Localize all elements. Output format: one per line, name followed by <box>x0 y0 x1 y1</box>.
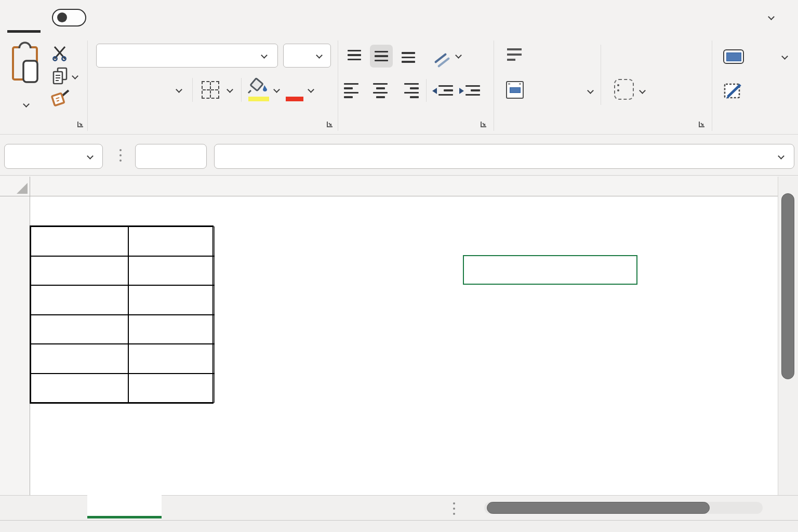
italic-button[interactable] <box>127 77 142 103</box>
row-header-column <box>0 196 30 495</box>
cell-B5[interactable] <box>128 315 215 344</box>
select-all-triangle-icon <box>17 183 28 194</box>
borders-chevron-icon[interactable] <box>227 86 233 93</box>
currency-dot-icon <box>617 84 619 86</box>
status-bar <box>0 521 798 532</box>
bold-button[interactable] <box>100 77 118 103</box>
font-divider2 <box>241 78 242 102</box>
borders-grid-icon-h <box>203 89 218 90</box>
selected-cell-F3[interactable] <box>463 255 637 285</box>
select-all-corner[interactable] <box>0 177 30 196</box>
group-divider <box>338 41 338 131</box>
formula-expand-chevron-icon[interactable] <box>778 153 784 159</box>
add-sheet-button[interactable] <box>179 497 202 520</box>
formula-bar-border <box>0 175 798 176</box>
comma-style-button[interactable] <box>676 78 706 101</box>
format-painter-icon[interactable] <box>50 89 71 108</box>
underline-chevron-icon[interactable] <box>176 86 182 93</box>
merge-center-icon <box>506 81 524 99</box>
paste-button[interactable] <box>7 41 45 114</box>
cells-format-button[interactable] <box>723 48 786 66</box>
font-color-chevron-icon[interactable] <box>308 86 314 93</box>
cell-A3[interactable] <box>31 256 128 286</box>
cell-B7[interactable] <box>128 374 215 403</box>
theme-toggle[interactable] <box>52 9 86 26</box>
sheet-prev-arrow-icon[interactable] <box>14 500 29 515</box>
h-scroll-left-arrow-icon[interactable] <box>468 500 483 515</box>
file-underline <box>7 30 41 33</box>
percent-style-button[interactable] <box>648 77 671 102</box>
ribbon-collapse-chevron-icon[interactable] <box>768 14 775 20</box>
align-bottom-button[interactable] <box>398 46 419 66</box>
cut-icon[interactable] <box>51 45 68 61</box>
menu-bar <box>0 0 798 34</box>
cell-A4[interactable] <box>31 285 128 315</box>
currency-button[interactable] <box>614 79 634 100</box>
merge-center-button[interactable] <box>506 80 610 101</box>
formula-buttons-box <box>135 144 207 169</box>
spreadsheet-app <box>0 0 798 532</box>
align-middle-button[interactable] <box>370 45 393 68</box>
number-dialog-launcher-icon[interactable] <box>697 119 707 129</box>
align-left-button[interactable] <box>344 79 365 102</box>
cell-B6[interactable] <box>128 344 215 374</box>
name-box-chevron-icon <box>87 153 94 159</box>
underline-button[interactable] <box>151 77 170 103</box>
clipboard-dialog-launcher-icon[interactable] <box>76 119 85 129</box>
cell-E3[interactable] <box>384 255 456 285</box>
header-bottom-line <box>0 196 778 196</box>
copy-icon[interactable] <box>52 66 69 85</box>
orientation-button[interactable] <box>431 47 452 68</box>
cell-B2[interactable] <box>128 227 215 256</box>
ribbon-bottom-border <box>0 134 798 135</box>
insert-cell-icon <box>723 49 744 64</box>
font-size-combobox[interactable] <box>283 44 331 68</box>
scroll-down-arrow-icon[interactable] <box>779 479 798 493</box>
cell-A7[interactable] <box>31 374 128 403</box>
formula-bar-handle[interactable] <box>119 148 122 163</box>
scroll-up-arrow-icon[interactable] <box>779 179 798 192</box>
cell-E2[interactable] <box>384 226 463 255</box>
borders-button[interactable] <box>202 81 219 99</box>
cells-delete-button[interactable] <box>723 81 791 102</box>
align-divider <box>426 79 427 102</box>
group-divider <box>87 41 88 131</box>
paste-clipboard-icon <box>10 42 39 83</box>
sheet-tab-underline <box>87 516 162 518</box>
fill-color-icon[interactable] <box>247 77 269 97</box>
data-table[interactable] <box>30 225 214 404</box>
delete-cell-icon <box>723 81 744 101</box>
font-name-combobox[interactable] <box>96 44 278 68</box>
font-size-chevron-icon <box>316 52 323 59</box>
align-center-button[interactable] <box>370 79 391 102</box>
sheet-next-arrow-icon[interactable] <box>43 500 58 515</box>
align-top-button[interactable] <box>344 46 365 66</box>
alignment-dialog-launcher-icon[interactable] <box>479 119 488 129</box>
paste-label <box>7 82 45 98</box>
copy-chevron-icon[interactable] <box>72 73 78 79</box>
decrease-indent-arrow-icon <box>432 88 437 94</box>
v-scrollbar-thumb[interactable] <box>781 193 794 379</box>
font-color-button[interactable] <box>286 76 303 97</box>
align-right-button[interactable] <box>398 79 419 102</box>
h-scrollbar-thumb[interactable] <box>487 502 710 514</box>
number-format-dropdown[interactable] <box>612 48 674 66</box>
cell-B3[interactable] <box>128 256 215 286</box>
cell-A5[interactable] <box>31 315 128 344</box>
cell-A6[interactable] <box>31 344 128 374</box>
cell-B4[interactable] <box>128 285 215 315</box>
h-scrollbar-handle[interactable] <box>453 501 455 516</box>
font-dialog-launcher-icon[interactable] <box>325 119 335 129</box>
toggle-knob-icon <box>57 12 67 22</box>
increase-indent-button[interactable] <box>459 80 480 101</box>
formula-input[interactable] <box>214 144 794 169</box>
group-divider <box>494 41 494 131</box>
orientation-chevron-icon[interactable] <box>455 52 462 59</box>
name-box[interactable] <box>4 144 103 169</box>
h-scroll-right-arrow-icon[interactable] <box>762 500 777 515</box>
fill-color-chevron-icon[interactable] <box>273 86 280 93</box>
currency-dot-icon2 <box>617 89 619 91</box>
currency-chevron-icon[interactable] <box>639 87 646 94</box>
cell-A2[interactable] <box>31 227 128 256</box>
decrease-indent-button[interactable] <box>432 80 453 101</box>
